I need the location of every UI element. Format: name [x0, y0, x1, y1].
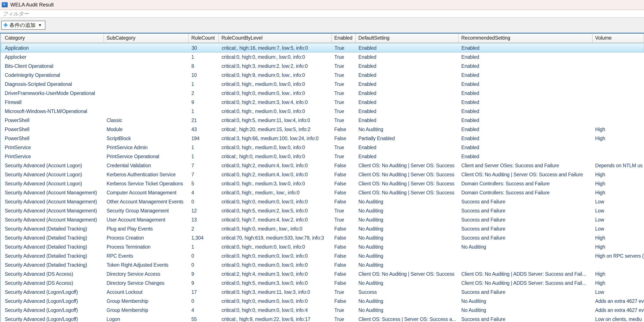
cell-recommendedsetting: Domain Controllers: Success and Failure [459, 179, 592, 188]
cell-rulecountbylevel: critical:, high:20, medium:15, low:5, in… [219, 125, 332, 134]
cell-defaultsetting: Client OS: Success | Server OS: Success … [356, 315, 459, 322]
column-header-defaultsetting[interactable]: DefaultSetting [356, 34, 459, 42]
filter-input[interactable] [0, 10, 644, 18]
cell-volume [592, 260, 644, 270]
cell-recommendedsetting: Enabled [459, 44, 593, 52]
cell-subcategory: Token Right Adjusted Events [104, 260, 189, 270]
cell-enabled: False [332, 233, 356, 242]
cell-enabled: False [332, 197, 356, 206]
cell-rulecountbylevel: critical:, high:9, medium:22, low:6, inf… [219, 315, 332, 322]
cell-enabled: False [332, 224, 356, 233]
table-row[interactable]: Firewall9critical:0, high:2, medium:3, l… [1, 98, 644, 107]
table-row[interactable]: Security Advanced (Account Management)Se… [1, 206, 644, 215]
cell-category: Security Advanced (Logon/Logoff) [1, 306, 104, 315]
cell-enabled: False [332, 188, 356, 197]
table-row[interactable]: Security Advanced (Detailed Tracking)RPC… [1, 252, 644, 260]
table-row[interactable]: Security Advanced (Detailed Tracking)Pro… [1, 233, 644, 242]
cell-enabled: True [332, 107, 356, 116]
column-header-recommendedsetting[interactable]: RecommendedSetting [459, 34, 592, 42]
table-row[interactable]: PrintServicePrintService Operational1cri… [1, 152, 644, 161]
cell-subcategory [104, 80, 189, 89]
cell-subcategory: Group Membership [104, 296, 189, 306]
cell-subcategory: Kerberos Service Ticket Operations [104, 179, 189, 188]
cell-category: Security Advanced (Account Management) [1, 197, 104, 206]
cell-defaultsetting: Client OS: No Auditing | Server OS: Succ… [356, 179, 459, 188]
cell-volume [592, 116, 644, 125]
table-row[interactable]: Bits-Client Operational8critical:0, high… [1, 62, 644, 70]
table-row[interactable]: CodeIntegrity Operational10critical:0, h… [1, 70, 644, 80]
table-row[interactable]: Application30critical:, high:16, medium:… [1, 44, 644, 52]
table-row[interactable]: Security Advanced (Account Management)Us… [1, 215, 644, 224]
cell-enabled: True [332, 116, 356, 125]
cell-volume: High [592, 242, 644, 252]
audit-result-table: CategorySubCategoryRuleCountRuleCountByL… [0, 34, 644, 322]
cell-rulecount: 1 [189, 52, 219, 62]
cell-rulecount: 2 [189, 224, 219, 233]
chevron-down-icon: ▼ [38, 23, 42, 28]
cell-rulecountbylevel: critical:0, high:5, medium:11, low:4, in… [219, 116, 332, 125]
cell-recommendedsetting: Client and Server OSes: Success and Fail… [459, 161, 592, 170]
cell-subcategory: Kerberos Authentication Service [104, 170, 189, 179]
cell-recommendedsetting [459, 252, 592, 260]
cell-rulecount: 7 [189, 161, 219, 170]
cell-enabled: False [332, 134, 356, 143]
table-row[interactable]: Security Advanced (Detailed Tracking)Plu… [1, 224, 644, 233]
cell-category: PowerShell [1, 125, 104, 134]
cell-subcategory: Security Group Management [104, 206, 189, 215]
cell-subcategory: Group Membership [104, 306, 189, 315]
table-row[interactable]: Security Advanced (Logon/Logoff)Logon55c… [1, 315, 644, 322]
cell-rulecountbylevel: critical:0, high:0, medium:0, low:0, inf… [219, 296, 332, 306]
table-row[interactable]: Microsoft-Windows-NTLM/Operational1criti… [1, 107, 644, 116]
table-row[interactable]: Security Advanced (Logon/Logoff)Account … [1, 288, 644, 296]
table-row[interactable]: Security Advanced (Logon/Logoff)Group Me… [1, 296, 644, 306]
column-header-enabled[interactable]: Enabled [332, 34, 356, 42]
table-row[interactable]: Security Advanced (DS Access)Directory S… [1, 270, 644, 278]
table-row[interactable]: Security Advanced (DS Access)Directory S… [1, 278, 644, 288]
table-row[interactable]: Applocker1critical:0, high:0, medium:, l… [1, 52, 644, 62]
table-row[interactable]: Security Advanced (Account Logon)Kerbero… [1, 170, 644, 179]
table-row[interactable]: PowerShellClassic21critical:0, high:5, m… [1, 116, 644, 125]
table-row[interactable]: PowerShellModule43critical:, high:20, me… [1, 125, 644, 134]
cell-category: DriverFrameworks-UserMode Operational [1, 89, 104, 98]
cell-rulecountbylevel: critical:0, high:, medium:3, low:0, info… [219, 179, 332, 188]
table-row[interactable]: Security Advanced (Detailed Tracking)Tok… [1, 260, 644, 270]
cell-recommendedsetting: Success and Failure [459, 206, 592, 215]
table-row[interactable]: DriverFrameworks-UserMode Operational2cr… [1, 89, 644, 98]
cell-subcategory: Directory Service Access [104, 270, 189, 278]
cell-category: Security Advanced (Detailed Tracking) [1, 242, 104, 252]
add-condition-button[interactable]: ✚ 条件の追加 ▼ [1, 21, 46, 30]
cell-defaultsetting: Success [356, 288, 459, 296]
cell-enabled: True [332, 152, 356, 161]
cell-rulecountbylevel: critical:0, high:5, medium:2, low:5, inf… [219, 206, 332, 215]
cell-defaultsetting: No Auditing [356, 233, 459, 242]
cell-defaultsetting: No Auditing [356, 278, 459, 288]
table-row[interactable]: Security Advanced (Account Management)Co… [1, 188, 644, 197]
cell-subcategory [104, 44, 189, 52]
cell-rulecountbylevel: critical:0, high:3, medium:11, low:3, in… [219, 288, 332, 296]
cell-category: Security Advanced (Detailed Tracking) [1, 260, 104, 270]
table-row[interactable]: PowerShellScriptBlock194critical:3, high… [1, 134, 644, 143]
table-row[interactable]: Security Advanced (Account Logon)Credent… [1, 161, 644, 170]
table-row[interactable]: Security Advanced (Logon/Logoff)Group Me… [1, 306, 644, 315]
cell-category: Application [1, 44, 104, 52]
cell-defaultsetting: Client OS: No Auditing | Server OS: Succ… [356, 188, 459, 197]
cell-recommendedsetting: Enabled [459, 80, 592, 89]
table-row[interactable]: Security Advanced (Account Management)Ot… [1, 197, 644, 206]
cell-rulecount: 194 [189, 134, 219, 143]
table-row[interactable]: Diagnosis-Scripted Operational1critical:… [1, 80, 644, 89]
cell-volume: High on RPC servers ( [592, 252, 644, 260]
column-header-volume[interactable]: Volume [592, 34, 644, 42]
column-header-rulecountbylevel[interactable]: RuleCountByLevel [219, 34, 332, 42]
cell-rulecountbylevel: critical:0, high:0, medium:0, low:, info… [219, 89, 332, 98]
column-header-category[interactable]: Category [1, 34, 104, 42]
table-row[interactable]: Security Advanced (Detailed Tracking)Pro… [1, 242, 644, 252]
add-condition-label: 条件の追加 [10, 22, 36, 29]
cell-category: Security Advanced (DS Access) [1, 278, 104, 288]
table-row[interactable]: PrintServicePrintService Admin1critical:… [1, 143, 644, 152]
cell-defaultsetting: Partially Enabled [356, 134, 459, 143]
column-header-subcategory[interactable]: SubCategory [104, 34, 189, 42]
table-row[interactable]: Security Advanced (Account Logon)Kerbero… [1, 179, 644, 188]
column-header-rulecount[interactable]: RuleCount [189, 34, 219, 42]
cell-rulecountbylevel: critical:0, high:7, medium:4, low:2, inf… [219, 215, 332, 224]
cell-rulecountbylevel: critical:0, high:3, medium:2, low:2, inf… [219, 62, 332, 70]
